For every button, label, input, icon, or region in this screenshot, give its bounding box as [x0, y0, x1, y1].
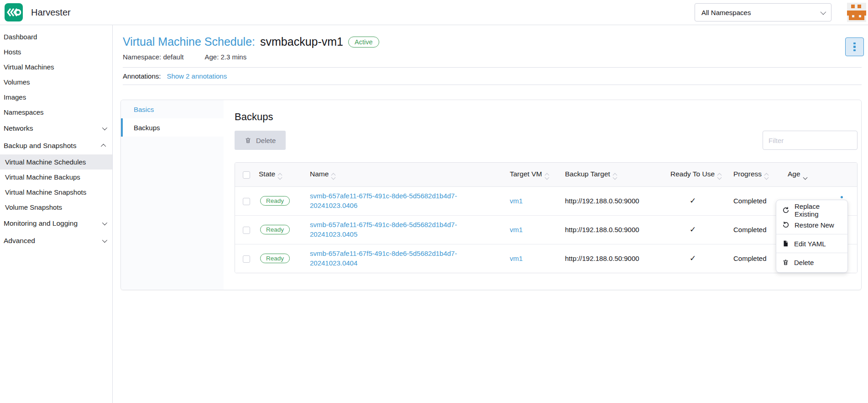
harvester-logo[interactable] [5, 3, 23, 21]
sidebar-item[interactable]: Volume Snapshots [0, 200, 112, 215]
tab-backups[interactable]: Backups [121, 118, 224, 137]
page-head: Virtual Machine Schedule: svmbackup-vm1 … [113, 25, 868, 61]
trash-icon [782, 259, 789, 266]
sidebar-item[interactable]: Namespaces [0, 105, 112, 120]
sidebar-item[interactable]: Images [0, 90, 112, 105]
namespace-select-value: All Namespaces [701, 9, 821, 16]
restore-icon [782, 221, 790, 228]
tab-basics[interactable]: Basics [121, 100, 224, 118]
checkmark-icon: ✓ [670, 225, 696, 234]
top-header: Harvester All Namespaces [0, 0, 868, 25]
sidebar-item[interactable]: Dashboard [0, 29, 112, 44]
backup-name-link[interactable]: svmb-657afe11-67f5-491c-8de6-5d5682d1b4d… [310, 191, 471, 210]
progress-value: Completed [733, 197, 767, 205]
row-checkbox[interactable] [243, 198, 250, 205]
progress-value: Completed [733, 255, 767, 262]
sidebar-item[interactable]: Hosts [0, 44, 112, 59]
menu-item-replace-existing[interactable]: Replace Existing [776, 203, 847, 217]
annotations-row: Annotations: Show 2 annotations [123, 67, 862, 85]
sidebar-item[interactable]: Virtual Machine Schedules [0, 154, 112, 170]
bulk-delete-button[interactable]: Delete [235, 131, 286, 150]
app-title: Harvester [31, 7, 71, 18]
sidebar-item-label: Monitoring and Logging [4, 219, 102, 228]
sort-icon [332, 174, 335, 179]
target-vm-link[interactable]: vm1 [510, 255, 523, 262]
namespace-meta: Namespace: default [123, 53, 183, 61]
section-title: Backups [235, 111, 858, 123]
state-badge: Ready [260, 254, 290, 263]
age-meta: Age: 2.3 mins [204, 53, 246, 61]
sort-icon [765, 174, 768, 179]
status-badge: Active [348, 37, 379, 48]
refresh-icon [782, 207, 790, 214]
sort-icon [278, 174, 282, 179]
select-all-checkbox[interactable] [243, 171, 250, 179]
backup-target-value: http://192.188.0.50:9000 [565, 255, 639, 262]
namespace-select[interactable]: All Namespaces [695, 3, 831, 21]
sidebar-item-label: Hosts [4, 48, 106, 56]
sort-desc-icon [804, 174, 807, 179]
sidebar-item-label: Dashboard [4, 33, 106, 41]
col-header-ready-to-use[interactable]: Ready To Use [670, 163, 733, 186]
menu-divider [776, 253, 847, 253]
chevron-down-icon [102, 220, 107, 225]
filter-input[interactable] [763, 131, 858, 150]
col-header-age[interactable]: Age [788, 163, 857, 186]
sort-icon [718, 174, 721, 179]
backup-name-link[interactable]: svmb-657afe11-67f5-491c-8de6-5d5682d1b4d… [310, 249, 471, 268]
row-actions-button[interactable] [841, 196, 843, 198]
sidebar-item-label: Namespaces [4, 108, 106, 116]
show-annotations-link[interactable]: Show 2 annotations [167, 72, 227, 80]
col-header-target-vm[interactable]: Target VM [510, 163, 565, 186]
sidebar-item[interactable]: Virtual Machine Backups [0, 170, 112, 185]
user-avatar[interactable] [847, 3, 866, 22]
col-header-name[interactable]: Name [310, 163, 510, 186]
row-checkbox[interactable] [243, 227, 250, 234]
sidebar-item-label: Virtual Machine Schedules [5, 158, 106, 166]
sidebar-item[interactable]: Volumes [0, 74, 112, 90]
row-checkbox[interactable] [243, 255, 250, 263]
page-actions-button[interactable] [845, 37, 864, 56]
sidebar-item-label: Virtual Machines [4, 63, 106, 71]
sidebar-item[interactable]: Backup and Snapshots [0, 137, 112, 154]
backup-target-value: http://192.188.0.50:9000 [565, 197, 639, 205]
sidebar-item-label: Backup and Snapshots [4, 142, 102, 150]
sidebar-item[interactable]: Virtual Machines [0, 59, 112, 74]
chevron-down-icon [821, 9, 826, 15]
row-action-menu: Replace Existing Restore New Edit YAML D… [776, 200, 848, 273]
chevron-down-icon [102, 238, 107, 243]
page-title-type-link[interactable]: Virtual Machine Schedule: [123, 35, 255, 48]
sidebar-item-label: Advanced [4, 237, 102, 245]
col-header-state[interactable]: State [259, 163, 310, 186]
sort-icon [545, 174, 549, 179]
target-vm-link[interactable]: vm1 [510, 197, 523, 205]
menu-item-delete[interactable]: Delete [776, 255, 847, 270]
sidebar-item[interactable]: Advanced [0, 232, 112, 249]
page-title: svmbackup-vm1 [260, 35, 343, 48]
menu-item-restore-new[interactable]: Restore New [776, 217, 847, 232]
sidebar-item-label: Volumes [4, 78, 106, 86]
target-vm-link[interactable]: vm1 [510, 226, 523, 233]
col-header-progress[interactable]: Progress [733, 163, 788, 186]
main-content: Virtual Machine Schedule: svmbackup-vm1 … [113, 25, 868, 403]
sidebar-item[interactable]: Monitoring and Logging [0, 215, 112, 232]
menu-item-edit-yaml[interactable]: Edit YAML [776, 236, 847, 251]
progress-value: Completed [733, 226, 767, 233]
table-row: Ready svmb-657afe11-67f5-491c-8de6-5d568… [235, 186, 857, 215]
col-header-backup-target[interactable]: Backup Target [565, 163, 670, 186]
sidebar: Dashboard Hosts Virtual Machines Volumes… [0, 25, 113, 403]
sidebar-item-label: Images [4, 93, 106, 101]
sort-icon [613, 174, 617, 179]
sidebar-item[interactable]: Networks [0, 120, 112, 137]
checkmark-icon: ✓ [670, 254, 696, 263]
backups-table: State Name Target VM Backup Target [235, 162, 858, 273]
state-badge: Ready [260, 225, 290, 234]
backup-target-value: http://192.188.0.50:9000 [565, 226, 639, 233]
backup-name-link[interactable]: svmb-657afe11-67f5-491c-8de6-5d5682d1b4d… [310, 220, 471, 239]
trash-icon [245, 137, 251, 144]
sidebar-item-label: Networks [4, 124, 102, 133]
table-header-row: State Name Target VM Backup Target [235, 163, 857, 186]
backups-panel: Backups Delete [224, 100, 861, 290]
checkmark-icon: ✓ [670, 196, 696, 205]
sidebar-item[interactable]: Virtual Machine Snapshots [0, 185, 112, 200]
